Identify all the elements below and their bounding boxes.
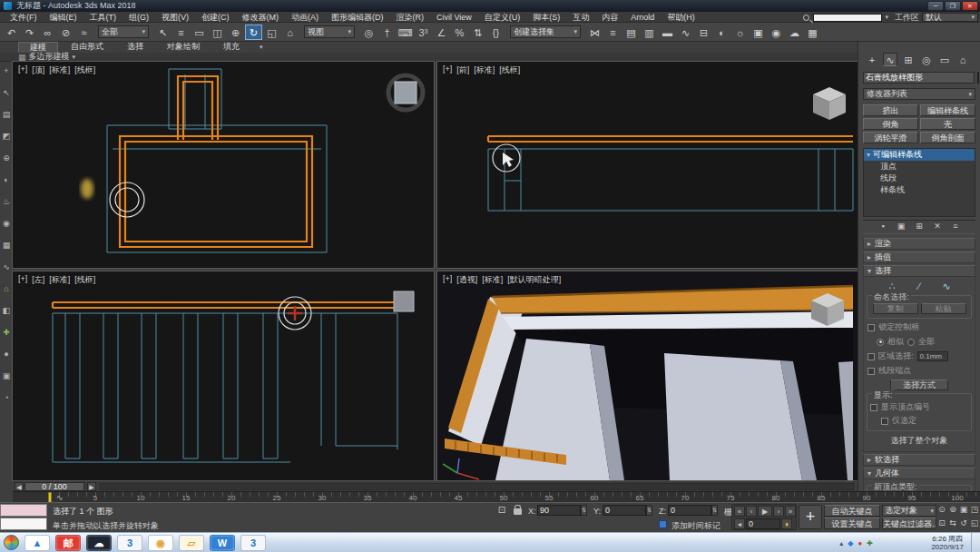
set-keys-button[interactable]: + xyxy=(799,505,822,529)
all-radio[interactable] xyxy=(907,339,915,346)
left-toolbar-icon-7[interactable]: ♨ xyxy=(1,196,12,207)
next-frame-button[interactable]: › xyxy=(773,506,784,517)
viewport-top[interactable]: [+] [顶] [标准] [线框] xyxy=(13,62,434,268)
time-slider-track[interactable] xyxy=(100,483,854,490)
menu-animation[interactable]: 动画(A) xyxy=(285,12,325,23)
menu-views[interactable]: 视图(V) xyxy=(155,12,195,23)
time-tag-icon[interactable] xyxy=(659,520,667,528)
utilities-tab-icon[interactable]: ⌂ xyxy=(956,53,970,66)
redo-icon[interactable]: ↷ xyxy=(21,25,38,40)
segment-end-checkbox[interactable] xyxy=(867,368,875,375)
menu-arnold[interactable]: Arnold xyxy=(624,12,661,23)
object-color-swatch[interactable] xyxy=(977,72,979,84)
next-frame-arrow[interactable]: ▶ xyxy=(87,482,96,491)
render-setup-icon[interactable]: ☼ xyxy=(731,25,749,40)
hierarchy-tab-icon[interactable]: ⊞ xyxy=(901,53,916,66)
area-selection-field[interactable] xyxy=(917,351,948,361)
make-unique-icon[interactable]: ⊞ xyxy=(913,222,926,232)
quad-view-icon[interactable]: ▦ xyxy=(804,25,821,40)
turbosmooth-modifier-button[interactable]: 涡轮平滑 xyxy=(863,132,918,143)
taskbar-app-wps[interactable]: W xyxy=(210,535,235,551)
taskbar-app-3dsmax-2[interactable]: 3 xyxy=(240,535,266,551)
show-vertex-numbers-checkbox[interactable] xyxy=(870,404,877,411)
menu-content[interactable]: 内容 xyxy=(595,12,624,23)
select-and-move-icon[interactable]: ⊕ xyxy=(227,25,244,40)
keyboard-shortcut-override-icon[interactable]: ⌨ xyxy=(397,25,414,40)
menu-edit[interactable]: 编辑(E) xyxy=(44,12,83,23)
wall-wireframe[interactable] xyxy=(488,149,853,211)
selected-only-checkbox[interactable] xyxy=(881,418,888,425)
viewport-label[interactable]: [+] [前] [标准] [线框] xyxy=(443,64,520,76)
y-spinner[interactable]: ⇅ xyxy=(646,505,652,516)
tray-icon-3[interactable]: ● xyxy=(858,539,862,547)
rollout-selection[interactable]: ▾ 选择 xyxy=(863,265,975,277)
bevel-profile-modifier-button[interactable]: 倒角剖面 xyxy=(920,132,975,143)
left-toolbar-icon-9[interactable]: ▦ xyxy=(1,240,12,251)
ribbon-tab-selection[interactable]: 选择 xyxy=(116,42,154,54)
maxscript-mini-listener-white[interactable] xyxy=(0,518,47,530)
left-toolbar-icon-11[interactable]: ⌂ xyxy=(1,283,12,294)
pin-stack-icon[interactable]: ▪ xyxy=(877,222,889,232)
menu-tools[interactable]: 工具(T) xyxy=(83,12,123,23)
previous-frame-button[interactable]: ‹ xyxy=(746,506,757,517)
toggle-scene-explorer-icon[interactable]: ▤ xyxy=(622,25,640,40)
show-end-result-icon[interactable]: ▣ xyxy=(895,222,907,232)
viewport-left[interactable]: [+] [左] [标准] [线框] xyxy=(13,271,434,480)
taskbar-app-3dsmax-1[interactable]: 3 xyxy=(117,535,142,551)
rendered-frame-window-icon[interactable]: ▣ xyxy=(750,25,767,40)
snaps-toggle-3d-icon[interactable]: 3³ xyxy=(415,25,432,40)
auto-key-button[interactable]: 自动关键点 xyxy=(824,505,880,517)
zoom-extents-icon[interactable]: ▣ xyxy=(958,504,969,517)
tray-icon-2[interactable]: ◆ xyxy=(848,539,853,547)
stack-item-segment[interactable]: 线段 xyxy=(864,172,975,184)
menu-help[interactable]: 帮助(H) xyxy=(661,12,701,23)
play-animation-button[interactable]: ▶ xyxy=(758,506,772,517)
menu-group[interactable]: 组(G) xyxy=(122,12,155,23)
viewcube[interactable] xyxy=(394,291,414,311)
unlink-selection-icon[interactable]: ⊘ xyxy=(57,25,74,40)
select-and-scale-icon[interactable]: ◱ xyxy=(263,25,280,40)
rollout-interpolation[interactable]: ▸ 插值 xyxy=(863,251,975,263)
z-coordinate-field[interactable] xyxy=(668,505,711,516)
z-spinner[interactable]: ⇅ xyxy=(711,505,718,516)
viewport-front[interactable]: [+] [前] [标准] [线框] xyxy=(437,62,858,268)
spinner-snap-toggle-icon[interactable]: ⇅ xyxy=(469,25,486,40)
molding-spline-selected[interactable] xyxy=(120,76,312,247)
bind-to-space-warp-icon[interactable]: ≈ xyxy=(75,25,93,40)
go-to-end-button[interactable]: » xyxy=(785,506,796,517)
area-selection-checkbox[interactable] xyxy=(867,353,875,360)
y-coordinate-field[interactable] xyxy=(603,505,646,516)
stack-item-vertex[interactable]: 顶点 xyxy=(864,161,975,172)
minimize-button[interactable]: ─ xyxy=(927,1,944,11)
x-coordinate-field[interactable] xyxy=(537,505,581,516)
menu-civil-view[interactable]: Civil View xyxy=(430,12,478,23)
display-tab-icon[interactable]: ▭ xyxy=(937,53,952,66)
selection-lock-icon[interactable] xyxy=(514,508,522,515)
stack-item-editable-spline[interactable]: ▾ 可编辑样条线 xyxy=(864,149,975,161)
align-icon[interactable]: ≡ xyxy=(604,25,622,40)
modify-tab-icon[interactable]: ∿ xyxy=(883,53,897,66)
track-bar[interactable]: ∿ 51015202530354045505560657075808590951… xyxy=(13,491,980,502)
show-desktop-button[interactable] xyxy=(971,533,980,552)
key-icon[interactable]: ♦ xyxy=(781,518,792,529)
close-button[interactable]: ✕ xyxy=(962,1,978,11)
menu-rendering[interactable]: 渲染(R) xyxy=(390,12,431,23)
key-selection-select[interactable]: 选定对象 ▾ xyxy=(882,505,936,517)
shell-modifier-button[interactable]: 壳 xyxy=(920,118,975,130)
material-editor-icon[interactable]: ◐ xyxy=(713,25,730,40)
menu-modifiers[interactable]: 修改器(M) xyxy=(236,12,286,23)
menu-create[interactable]: 创建(C) xyxy=(195,12,236,23)
left-toolbar-icon-12[interactable]: ◧ xyxy=(1,305,12,316)
workspace-select[interactable]: 默认 ▾ xyxy=(922,13,978,22)
zoom-all-icon[interactable]: ⊚ xyxy=(947,504,958,517)
current-frame-field[interactable] xyxy=(746,518,780,529)
menu-customize[interactable]: 自定义(U) xyxy=(478,12,527,23)
use-pivot-point-center-icon[interactable]: ◎ xyxy=(360,25,377,40)
molding-spline-selected[interactable] xyxy=(53,302,397,308)
go-to-start-button[interactable]: « xyxy=(734,506,745,517)
named-selection-sets-select[interactable]: 创建选择集 ▾ xyxy=(510,25,581,38)
configure-modifier-sets-icon[interactable]: ≡ xyxy=(949,222,962,232)
mirror-icon[interactable]: ⋈ xyxy=(586,25,603,40)
search-icon[interactable] xyxy=(803,15,809,21)
maximize-button[interactable]: ❐ xyxy=(945,1,961,11)
